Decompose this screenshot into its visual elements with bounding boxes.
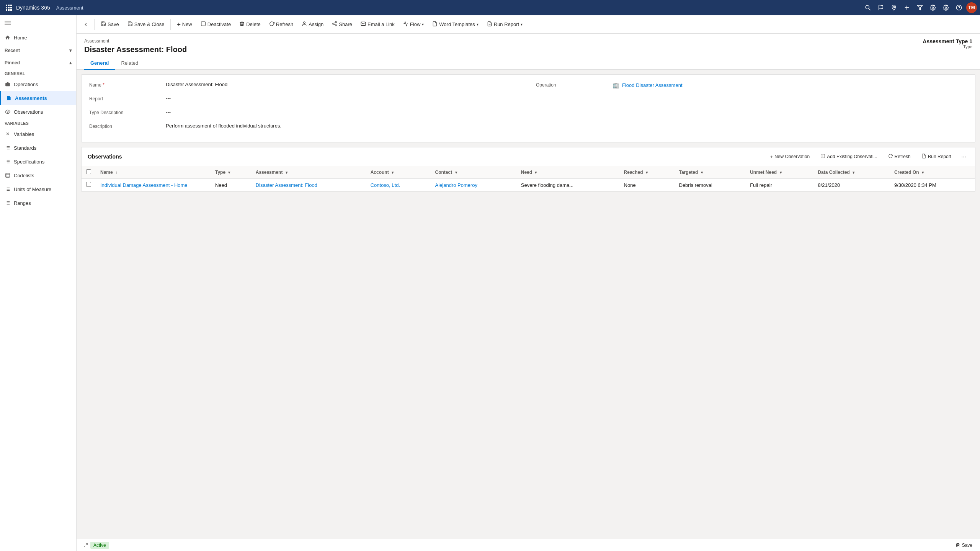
th-targeted[interactable]: Targeted ▾	[675, 166, 746, 179]
gear-icon[interactable]	[940, 2, 952, 13]
obs-refresh-button[interactable]: Refresh	[884, 152, 915, 162]
row-checkbox[interactable]	[86, 182, 91, 187]
name-field-label: Name	[89, 81, 166, 88]
back-button[interactable]	[80, 18, 92, 31]
contact-sort-icon: ▾	[455, 170, 457, 175]
svg-line-61	[86, 543, 88, 545]
sidebar-recent-header[interactable]: Recent ▾	[0, 44, 76, 57]
sidebar-item-home[interactable]: Home	[0, 31, 76, 44]
row-data-collected: 8/21/2020	[813, 179, 889, 191]
select-all-checkbox[interactable]	[86, 169, 91, 174]
svg-point-26	[7, 111, 8, 113]
home-label: Home	[14, 35, 27, 41]
standards-icon	[5, 145, 11, 151]
sidebar-item-variables[interactable]: ✕ Variables	[0, 127, 76, 141]
th-name[interactable]: Name ↑	[96, 166, 211, 179]
th-type[interactable]: Type ▾	[211, 166, 251, 179]
th-unmet-need-label: Unmet Need	[750, 170, 777, 175]
svg-rect-22	[5, 25, 11, 25]
user-avatar[interactable]: TM	[966, 2, 977, 13]
assign-button[interactable]: Assign	[298, 19, 327, 30]
deactivate-button[interactable]: Deactivate	[197, 19, 235, 30]
run-report-icon	[487, 21, 492, 28]
th-checkbox[interactable]	[82, 166, 96, 179]
sidebar-item-units[interactable]: Units of Measure	[0, 182, 76, 196]
svg-rect-21	[5, 23, 11, 23]
apps-icon[interactable]	[3, 2, 15, 13]
obs-run-report-label: Run Report	[928, 154, 951, 159]
search-icon[interactable]	[862, 2, 874, 13]
row-assessment[interactable]: Disaster Assessment: Flood	[251, 179, 366, 191]
row-checkbox-cell[interactable]	[82, 179, 96, 191]
breadcrumb: Assessment	[84, 38, 187, 44]
flow-dropdown-icon: ▾	[422, 22, 424, 26]
th-contact[interactable]: Contact ▾	[431, 166, 516, 179]
sidebar-item-codelists[interactable]: Codelists	[0, 168, 76, 182]
add-existing-button[interactable]: Add Existing Observati...	[817, 152, 881, 162]
svg-rect-2	[10, 5, 12, 6]
assessments-icon	[6, 95, 12, 101]
recent-label: Recent	[5, 48, 20, 53]
row-created-on: 9/30/2020 6:34 PM	[890, 179, 975, 191]
observations-section: Observations + New Observation Add Exist…	[81, 147, 975, 192]
refresh-label: Refresh	[276, 21, 294, 27]
operation-link[interactable]: Flood Disaster Assessment	[622, 82, 967, 89]
tab-related[interactable]: Related	[115, 57, 144, 70]
sidebar-item-operations[interactable]: Operations	[0, 77, 76, 91]
page-title: Disaster Assessment: Flood	[84, 45, 187, 54]
svg-rect-8	[10, 9, 12, 11]
app-title[interactable]: Dynamics 365	[16, 5, 50, 11]
status-save-button[interactable]: Save	[953, 541, 975, 549]
run-report-button[interactable]: Run Report ▾	[483, 19, 526, 30]
th-reached[interactable]: Reached ▾	[619, 166, 675, 179]
new-button[interactable]: + New	[173, 19, 196, 30]
row-account[interactable]: Contoso, Ltd.	[366, 179, 431, 191]
email-icon	[361, 21, 366, 28]
sidebar-item-assessments[interactable]: Assessments	[0, 91, 76, 105]
expand-button[interactable]	[81, 541, 90, 550]
record-type-badge: Assessment Type 1 Type	[923, 38, 972, 49]
refresh-icon	[269, 21, 274, 28]
th-unmet-need[interactable]: Unmet Need ▾	[745, 166, 813, 179]
th-assessment[interactable]: Assessment ▾	[251, 166, 366, 179]
help-icon[interactable]	[953, 2, 965, 13]
assessment-sort-icon: ▾	[286, 170, 287, 175]
svg-point-9	[866, 5, 869, 9]
new-observation-button[interactable]: + New Observation	[766, 152, 814, 162]
sidebar-item-observations[interactable]: Observations	[0, 105, 76, 119]
row-contact[interactable]: Alejandro Pomeroy	[431, 179, 516, 191]
sidebar-item-specifications[interactable]: Specifications	[0, 155, 76, 168]
settings-circle-icon[interactable]	[927, 2, 939, 13]
save-close-button[interactable]: Save & Close	[124, 19, 168, 30]
table-row: Individual Damage Assessment - Home Need…	[82, 179, 975, 191]
sidebar-pinned-header[interactable]: Pinned ▴	[0, 57, 76, 69]
obs-run-report-button[interactable]: Run Report	[918, 152, 955, 162]
row-name[interactable]: Individual Damage Assessment - Home	[96, 179, 211, 191]
save-button[interactable]: Save	[97, 19, 123, 30]
th-data-collected[interactable]: Data Collected ▾	[813, 166, 889, 179]
tab-general[interactable]: General	[84, 57, 115, 70]
location-icon[interactable]	[888, 2, 900, 13]
type-value: Assessment Type 1	[923, 38, 972, 44]
th-account[interactable]: Account ▾	[366, 166, 431, 179]
email-link-button[interactable]: Email a Link	[357, 19, 399, 30]
flag-icon[interactable]	[875, 2, 887, 13]
advanced-find-icon[interactable]	[914, 2, 926, 13]
obs-more-button[interactable]: ⋯	[958, 151, 969, 162]
delete-button[interactable]: Delete	[235, 19, 265, 30]
svg-point-16	[932, 7, 934, 8]
sidebar-item-standards[interactable]: Standards	[0, 141, 76, 155]
status-badge: Active	[90, 542, 109, 549]
plus-icon[interactable]	[901, 2, 913, 13]
th-created-on[interactable]: Created On ▾	[890, 166, 975, 179]
word-templates-button[interactable]: Word Templates ▾	[428, 19, 482, 30]
sidebar-item-ranges[interactable]: Ranges	[0, 196, 76, 210]
sidebar-toggle[interactable]	[0, 15, 76, 31]
unmet-need-sort-icon: ▾	[780, 170, 782, 175]
svg-rect-7	[8, 9, 10, 11]
th-need[interactable]: Need ▾	[516, 166, 619, 179]
flow-button[interactable]: Flow ▾	[399, 19, 428, 30]
share-button[interactable]: Share	[328, 19, 356, 30]
svg-point-12	[893, 7, 895, 8]
refresh-button[interactable]: Refresh	[265, 19, 297, 30]
